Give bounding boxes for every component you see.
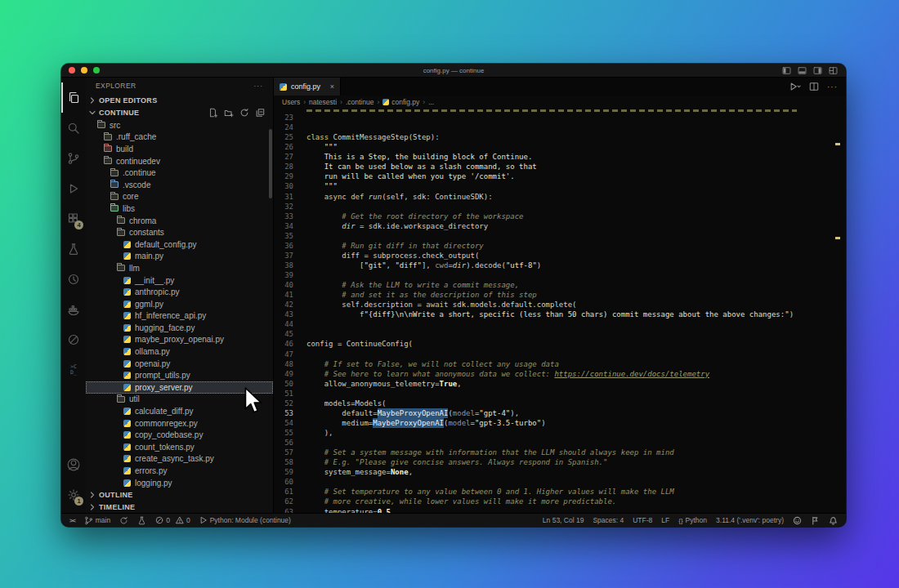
code-line-33[interactable]: 33 # Get the root directory of the works… <box>274 212 846 221</box>
code-line-27[interactable]: 27 This is a Step, the building block of… <box>274 152 846 162</box>
tree-item-anthropic-py[interactable]: anthropic.py <box>86 286 273 298</box>
tree-item--vscode[interactable]: .vscode <box>86 179 273 191</box>
search-icon[interactable] <box>61 113 86 143</box>
run-python-file-icon[interactable] <box>789 82 801 91</box>
code-line-52[interactable]: 52 models=Models( <box>274 399 846 408</box>
code-area[interactable]: 232425class CommitMessageStep(Step):26 "… <box>274 109 846 513</box>
breadcrumb-item--[interactable]: ... <box>428 98 434 106</box>
code-line-54[interactable]: 54 medium=MaybeProxyOpenAI(model="gpt-3.… <box>274 418 846 428</box>
code-line-36[interactable]: 36 # Run git diff in that directory <box>274 241 846 251</box>
tree-item-libs[interactable]: libs <box>86 203 273 215</box>
code-line-45[interactable]: 45 <box>274 329 846 339</box>
status-utf-8[interactable]: UTF-8 <box>633 516 652 524</box>
toggle-panel-icon[interactable] <box>798 66 807 75</box>
new-folder-icon[interactable] <box>224 108 234 118</box>
breadcrumb-item-Users[interactable]: Users <box>282 98 300 106</box>
tree-item-commonregex-py[interactable]: commonregex.py <box>86 417 273 430</box>
sync-icon[interactable] <box>119 516 128 525</box>
code-line-47[interactable]: 47 <box>274 350 846 359</box>
code-line-39[interactable]: 39 <box>274 270 846 280</box>
code-line-42[interactable]: 42 self.description = await sdk.models.d… <box>274 300 846 310</box>
code-line-31[interactable]: 31 async def run(self, sdk: ContinueSDK)… <box>274 192 846 202</box>
tab-config-py[interactable]: config.py × <box>274 78 341 96</box>
tree-item-main-py[interactable]: main.py <box>86 251 273 263</box>
code-line-59[interactable]: 59 system_message=None, <box>274 467 846 477</box>
remote-indicator[interactable]: >< <box>69 517 75 524</box>
code-line-58[interactable]: 58 # E.g. "Please give concise answers. … <box>274 457 846 467</box>
code-line-29[interactable]: 29 run will be called when you type '/co… <box>274 172 846 181</box>
tree-item-ggml-py[interactable]: ggml.py <box>86 298 273 310</box>
toggle-secondary-sidebar-icon[interactable] <box>813 66 822 75</box>
extensions-icon[interactable]: 4 <box>61 203 86 234</box>
code-line-56[interactable]: 56 <box>274 438 846 448</box>
explorer-icon[interactable] <box>61 82 86 113</box>
feedback-icon[interactable] <box>793 516 802 525</box>
code-line-35[interactable]: 35 <box>274 231 846 241</box>
flag-icon[interactable] <box>811 516 820 525</box>
code-line-24[interactable]: 24 <box>274 122 846 132</box>
project-section-continue[interactable]: CONTINUE <box>86 106 273 119</box>
breadcrumb-item--continue[interactable]: .continue <box>346 98 374 106</box>
code-line-44[interactable]: 44 <box>274 319 846 329</box>
code-line-34[interactable]: 34 dir = sdk.ide.workspace_directory <box>274 221 846 231</box>
code-line-51[interactable]: 51 <box>274 389 846 399</box>
tree-item-count-tokens-py[interactable]: count_tokens.py <box>86 441 273 453</box>
code-line-37[interactable]: 37 diff = subprocess.check_output( <box>274 251 846 261</box>
code-line-38[interactable]: 38 ["git", "diff"], cwd=dir).decode("utf… <box>274 261 846 270</box>
code-line-50[interactable]: 50 allow_anonymous_telemetry=True, <box>274 379 846 389</box>
code-line-49[interactable]: 49 # See here to learn what anonymous da… <box>274 369 846 379</box>
minimize-window-button[interactable] <box>81 67 87 74</box>
zoom-window-button[interactable] <box>93 67 100 74</box>
problems-item[interactable]: 0 0 <box>155 516 190 524</box>
close-tab-icon[interactable]: × <box>330 82 334 91</box>
docker-icon[interactable] <box>61 294 86 324</box>
tree-item-maybe-proxy-openai-py[interactable]: maybe_proxy_openai.py <box>86 334 273 346</box>
code-line-57[interactable]: 57 # Set a system message with informati… <box>274 448 846 457</box>
status-3-11-4-venv-poetry-[interactable]: 3.11.4 ('.venv': poetry) <box>716 516 784 524</box>
breadcrumb-item-natesesti[interactable]: natesesti <box>309 98 337 106</box>
code-line-48[interactable]: 48 # If set to False, we will not collec… <box>274 359 846 369</box>
tree-item-util[interactable]: util <box>86 394 273 406</box>
tree-item-prompt-utils-py[interactable]: prompt_utils.py <box>86 369 273 381</box>
tree-item-default-config-py[interactable]: default_config.py <box>86 238 273 251</box>
code-line-30[interactable]: 30 """ <box>274 181 846 191</box>
tree-item-proxy-server-py[interactable]: proxy_server.py <box>86 381 273 394</box>
code-line-32[interactable]: 32 <box>274 202 846 212</box>
tree-item--ruff-cache[interactable]: .ruff_cache <box>86 131 273 144</box>
status-python[interactable]: {}Python <box>678 516 707 524</box>
open-editors-section[interactable]: OPEN EDITORS <box>86 94 273 106</box>
code-line-23[interactable]: 23 <box>274 113 846 122</box>
settings-gear-icon[interactable]: 1 <box>61 479 86 510</box>
code-line-61[interactable]: 61 # Set temperature to any value betwee… <box>274 487 846 497</box>
git-branch-item[interactable]: main <box>84 516 110 525</box>
tree-item-calculate-diff-py[interactable]: calculate_diff.py <box>86 405 273 417</box>
testing-icon[interactable] <box>61 234 86 264</box>
run-debug-icon[interactable] <box>61 173 86 203</box>
split-editor-icon[interactable] <box>809 82 819 91</box>
code-line-28[interactable]: 28 It can be used below as a slash comma… <box>274 162 846 172</box>
new-file-icon[interactable] <box>208 108 218 118</box>
tree-item-errors-py[interactable]: errors.py <box>86 465 273 477</box>
tree-item-hugging-face-py[interactable]: hugging_face.py <box>86 322 273 334</box>
tree-item-continuedev[interactable]: continuedev <box>86 155 273 167</box>
collapse-all-icon[interactable] <box>255 108 265 118</box>
python-module-item[interactable]: Python: Module (continue) <box>199 516 291 524</box>
tree-item--continue[interactable]: .continue <box>86 167 273 179</box>
tree-item-logging-py[interactable]: logging.py <box>86 477 273 488</box>
sidebar-scrollbar[interactable] <box>269 129 272 198</box>
code-line-62[interactable]: 62 # more creative, while lower values w… <box>274 497 846 506</box>
tree-item-chroma[interactable]: chroma <box>86 215 273 227</box>
status-spaces-4[interactable]: Spaces: 4 <box>593 516 624 524</box>
tree-item-build[interactable]: build <box>86 143 273 155</box>
code-line-55[interactable]: 55 ), <box>274 428 846 438</box>
overview-ruler[interactable] <box>834 109 840 513</box>
explorer-more-actions-icon[interactable]: ··· <box>254 82 264 90</box>
code-line-43[interactable]: 43 f"{diff}\n\nWrite a short, specific (… <box>274 310 846 319</box>
code-line-63[interactable]: 63 temperature=0.5, <box>274 507 846 514</box>
editor-more-actions-icon[interactable]: ··· <box>827 82 838 91</box>
close-window-button[interactable] <box>69 67 75 74</box>
circle-slash-icon[interactable] <box>61 324 86 354</box>
code-line-40[interactable]: 40 # Ask the LLM to write a commit messa… <box>274 280 846 290</box>
tree-item-ollama-py[interactable]: ollama.py <box>86 345 273 358</box>
customize-layout-icon[interactable] <box>829 66 838 75</box>
